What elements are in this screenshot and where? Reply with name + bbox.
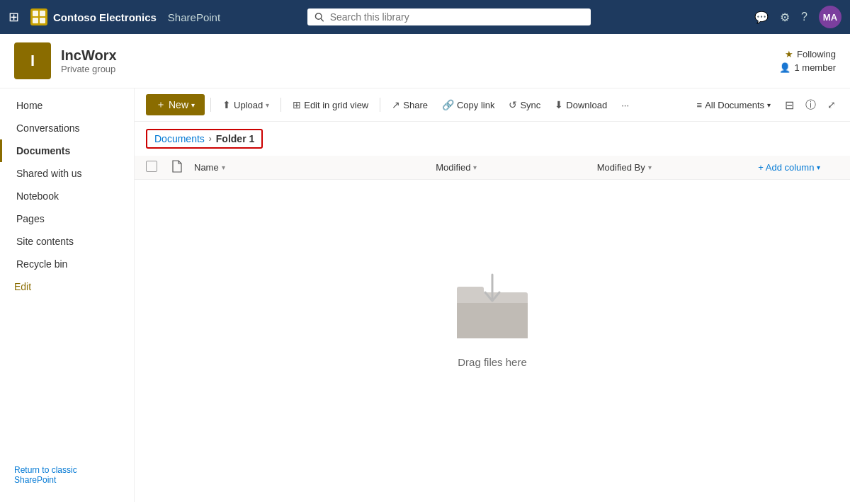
help-icon[interactable]: ?: [801, 11, 808, 23]
add-column-chevron-icon: ▾: [817, 164, 820, 171]
col-name-sort-icon: ▾: [222, 164, 225, 171]
toolbar-separator-2: [280, 98, 281, 112]
following-label: Following: [797, 49, 836, 59]
new-chevron-icon: ▾: [191, 101, 195, 109]
following-button[interactable]: ★ Following: [785, 49, 836, 59]
link-icon: 🔗: [442, 99, 454, 110]
person-icon: 👤: [779, 62, 790, 73]
edit-grid-label: Edit in grid view: [304, 100, 368, 110]
col-modified-label: Modified: [436, 162, 470, 173]
breadcrumb-parent[interactable]: Documents: [154, 133, 205, 144]
more-icon: ···: [621, 100, 629, 110]
grid-icon: ⊞: [293, 99, 301, 110]
col-modifiedby-label: Modified By: [597, 162, 645, 173]
site-header: I IncWorx Private group ★ Following 👤 1 …: [0, 34, 850, 88]
upload-chevron-icon: ▾: [266, 101, 269, 109]
sync-button[interactable]: ↺ Sync: [503, 96, 546, 114]
breadcrumb-bar: Documents › Folder 1: [135, 122, 850, 156]
sidebar-item-home[interactable]: Home: [0, 94, 134, 117]
breadcrumb-current: Folder 1: [216, 133, 254, 144]
upload-button[interactable]: ⬆ Upload ▾: [217, 96, 275, 114]
svg-rect-3: [40, 18, 45, 23]
sync-label: Sync: [520, 100, 540, 110]
share-icon: ↗: [392, 99, 400, 110]
folder-illustration: [450, 271, 535, 342]
toolbar-separator-1: [210, 98, 211, 112]
column-name[interactable]: Name ▾: [194, 162, 436, 173]
members-button[interactable]: 👤 1 member: [779, 62, 836, 73]
share-label: Share: [403, 100, 428, 110]
brand-logo[interactable]: Contoso Electronics: [30, 8, 157, 25]
brand-name: Contoso Electronics: [53, 11, 157, 23]
sidebar-item-pages[interactable]: Pages: [0, 207, 134, 230]
member-count: 1 member: [794, 62, 836, 73]
sidebar-item-documents[interactable]: Documents: [0, 139, 134, 162]
svg-rect-8: [457, 303, 528, 338]
download-button[interactable]: ⬇ Download: [549, 96, 613, 114]
expand-button[interactable]: ⤢: [824, 96, 839, 113]
add-column-label: + Add column: [758, 162, 814, 173]
site-logo: I: [14, 42, 51, 79]
col-name-label: Name: [194, 162, 219, 173]
sidebar-edit-button[interactable]: Edit: [0, 275, 134, 298]
empty-state: Drag files here: [135, 180, 850, 502]
site-type: Private group: [61, 64, 779, 74]
copy-link-label: Copy link: [457, 100, 494, 110]
topnav-icons: 💬 ⚙ ? MA: [754, 6, 842, 28]
edit-grid-button[interactable]: ⊞ Edit in grid view: [287, 96, 374, 114]
info-button[interactable]: ⓘ: [803, 96, 819, 115]
brand-logo-icon: [30, 8, 47, 25]
waffle-icon[interactable]: ⊞: [8, 9, 19, 25]
view-chevron-icon: ▾: [767, 101, 771, 109]
search-box[interactable]: [307, 8, 591, 25]
site-name: IncWorx: [61, 47, 779, 64]
column-modified-by[interactable]: Modified By ▾: [597, 162, 759, 173]
share-button[interactable]: ↗ Share: [386, 96, 434, 114]
top-navigation: ⊞ Contoso Electronics SharePoint 💬 ⚙ ? M…: [0, 0, 850, 34]
folder-drop-svg: [450, 271, 535, 342]
view-label: All Documents: [705, 100, 764, 110]
return-classic-link[interactable]: Return to classic SharePoint: [0, 459, 134, 491]
star-icon: ★: [785, 49, 793, 59]
svg-rect-1: [40, 11, 45, 16]
sidebar: Home Conversations Documents Shared with…: [0, 88, 135, 502]
new-button[interactable]: ＋ New ▾: [146, 94, 205, 115]
column-modified[interactable]: Modified ▾: [436, 162, 597, 173]
filter-button[interactable]: ⊟: [782, 96, 797, 115]
user-avatar[interactable]: MA: [819, 6, 842, 28]
sidebar-item-notebook[interactable]: Notebook: [0, 185, 134, 207]
download-icon: ⬇: [555, 99, 563, 110]
sidebar-item-shared[interactable]: Shared with us: [0, 162, 134, 185]
download-label: Download: [566, 100, 607, 110]
app-name: SharePoint: [168, 11, 220, 23]
more-button[interactable]: ···: [616, 96, 635, 114]
sidebar-item-recycle-bin[interactable]: Recycle bin: [0, 253, 134, 275]
select-all-checkbox[interactable]: [146, 161, 157, 172]
col-modifiedby-sort-icon: ▾: [648, 164, 652, 171]
search-input[interactable]: [330, 11, 584, 23]
empty-state-label: Drag files here: [458, 356, 527, 368]
filter-lines-icon: ≡: [697, 100, 703, 110]
plus-icon: ＋: [156, 98, 166, 111]
svg-rect-0: [33, 11, 38, 16]
view-selector[interactable]: ≡ All Documents ▾: [691, 97, 776, 113]
main-layout: Home Conversations Documents Shared with…: [0, 88, 850, 502]
breadcrumb: Documents › Folder 1: [146, 129, 263, 149]
chat-icon[interactable]: 💬: [754, 11, 769, 24]
sidebar-item-site-contents[interactable]: Site contents: [0, 230, 134, 253]
toolbar: ＋ New ▾ ⬆ Upload ▾ ⊞ Edit in grid view ↗…: [135, 88, 850, 122]
search-icon: [314, 12, 324, 22]
add-column-button[interactable]: + Add column ▾: [758, 162, 839, 173]
settings-icon[interactable]: ⚙: [780, 11, 790, 24]
svg-rect-2: [33, 18, 38, 23]
copy-link-button[interactable]: 🔗 Copy link: [436, 96, 500, 114]
column-file-icon: [171, 160, 194, 175]
new-label: New: [169, 99, 188, 110]
sidebar-item-conversations[interactable]: Conversations: [0, 117, 134, 139]
upload-label: Upload: [234, 100, 263, 110]
file-type-icon: [171, 160, 183, 173]
svg-line-5: [321, 18, 323, 21]
site-info: IncWorx Private group: [61, 47, 779, 74]
column-checkbox[interactable]: [146, 161, 171, 174]
toolbar-separator-3: [380, 98, 380, 112]
